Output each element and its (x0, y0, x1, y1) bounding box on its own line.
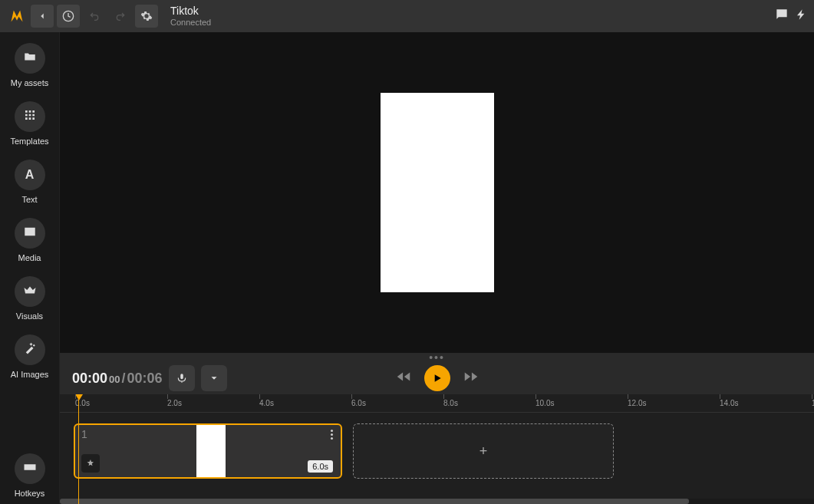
ruler-tick-label: 14.0s (720, 399, 738, 407)
sidebar-item-label: Media (18, 253, 41, 262)
playhead-line[interactable] (78, 394, 79, 504)
panel-resize-handle[interactable]: ••• (60, 353, 814, 362)
sidebar-item-hotkeys[interactable]: Hotkeys (0, 453, 59, 498)
canvas[interactable] (381, 93, 494, 292)
sidebar-item-templates[interactable]: Templates (0, 101, 59, 146)
ruler-tick: 8.0s (443, 394, 458, 412)
project-title: Tiktok (170, 5, 211, 18)
sidebar-item-label: Templates (10, 137, 48, 146)
clip-menu-button[interactable] (331, 430, 333, 440)
sidebar-item-media[interactable]: Media (0, 218, 59, 262)
add-clip-button[interactable]: + (353, 423, 614, 479)
ruler-tick: 14.0s (720, 394, 738, 412)
horizontal-scrollbar[interactable] (60, 499, 814, 504)
time-current: 00:00 (72, 371, 107, 387)
keyboard-icon (23, 460, 37, 477)
mic-button[interactable] (169, 365, 195, 391)
chevron-down-button[interactable] (201, 365, 227, 391)
left-sidebar: My assets Templates A Text Media Visuals… (0, 32, 60, 504)
sidebar-item-text[interactable]: A Text (0, 160, 59, 204)
ruler-tick-label: 6.0s (351, 399, 366, 407)
ruler-tick: 0.0s (75, 394, 90, 412)
time-current-frames: 00 (109, 374, 120, 385)
time-duration: 00:06 (127, 371, 163, 387)
ruler-tick: 10.0s (536, 394, 554, 412)
play-button[interactable] (424, 365, 450, 391)
chat-icon[interactable] (774, 7, 789, 25)
ruler-tick-label: 2.0s (167, 399, 182, 407)
ruler-tick-label: 10.0s (536, 399, 554, 407)
plus-icon: + (480, 443, 488, 460)
sidebar-item-my-assets[interactable]: My assets (0, 43, 59, 87)
magic-wand-icon (23, 341, 37, 358)
timeline-clip[interactable]: 1 6.0s (74, 423, 342, 479)
settings-button[interactable] (135, 5, 158, 28)
canvas-area (60, 32, 814, 353)
connection-status: Connected (170, 18, 211, 28)
sidebar-item-label: Text (21, 195, 37, 204)
ruler-tick: 2.0s (167, 394, 182, 412)
ruler-tick: 12.0s (628, 394, 646, 412)
header-bar: Tiktok Connected (0, 0, 814, 32)
redo-button[interactable] (109, 5, 132, 28)
project-title-block: Tiktok Connected (170, 5, 211, 28)
sidebar-item-ai-images[interactable]: AI Images (0, 334, 59, 379)
clip-thumbnail (196, 425, 226, 477)
sidebar-item-label: Hotkeys (15, 489, 45, 498)
clip-animate-button[interactable] (81, 454, 100, 473)
crown-icon (23, 283, 37, 300)
timeline: 0.0s2.0s4.0s6.0s8.0s10.0s12.0s14.0s16.0 … (60, 394, 814, 504)
history-button[interactable] (57, 5, 80, 28)
transport-bar: 00:00 00 / 00:06 (60, 362, 814, 394)
ruler-tick: 4.0s (259, 394, 274, 412)
folder-icon (23, 50, 37, 67)
text-icon: A (25, 168, 35, 182)
tracks-area: 1 6.0s + (60, 413, 814, 489)
bolt-icon[interactable] (796, 7, 808, 25)
clip-duration-badge: 6.0s (308, 460, 333, 473)
ruler-tick-label: 8.0s (443, 399, 458, 407)
ruler-tick: 6.0s (351, 394, 366, 412)
undo-button[interactable] (83, 5, 106, 28)
ruler-tick-label: 0.0s (75, 399, 90, 407)
scrollbar-thumb[interactable] (60, 499, 689, 504)
app-logo (6, 5, 28, 27)
sidebar-item-label: My assets (11, 78, 49, 87)
clip-number: 1 (81, 428, 87, 440)
back-button[interactable] (31, 5, 54, 28)
rewind-button[interactable] (395, 368, 412, 388)
timeline-ruler[interactable]: 0.0s2.0s4.0s6.0s8.0s10.0s12.0s14.0s16.0 (60, 394, 814, 413)
image-icon (23, 225, 37, 242)
time-separator: / (122, 371, 126, 387)
ruler-tick-label: 4.0s (259, 399, 274, 407)
header-right (774, 7, 808, 25)
ruler-tick-label: 12.0s (628, 399, 646, 407)
timecode: 00:00 00 / 00:06 (72, 371, 163, 387)
grid-icon (24, 109, 36, 124)
sidebar-item-label: Visuals (16, 311, 43, 321)
transport-controls (395, 365, 480, 391)
sidebar-item-label: AI Images (11, 370, 49, 379)
forward-button[interactable] (463, 368, 480, 388)
sidebar-item-visuals[interactable]: Visuals (0, 276, 59, 321)
